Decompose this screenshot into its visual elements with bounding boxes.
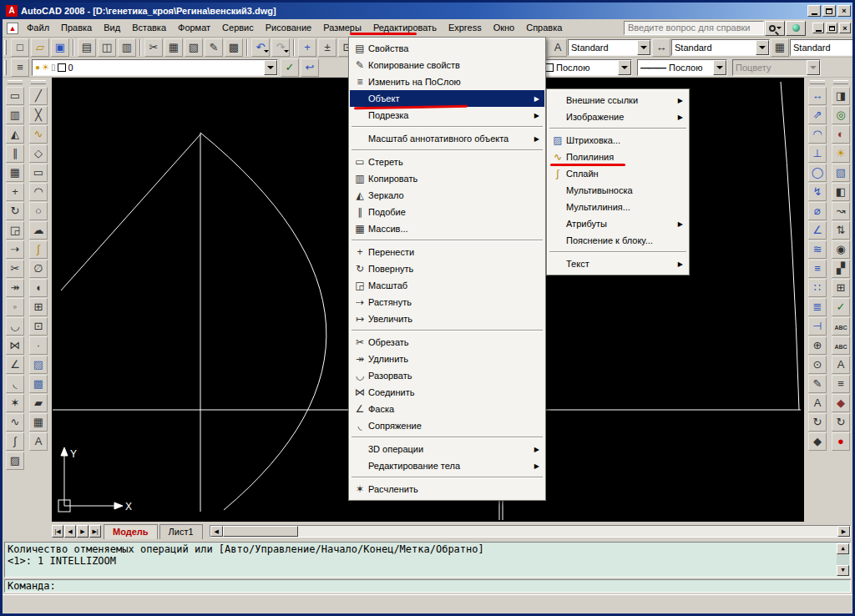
- standard-open-button[interactable]: ▱: [31, 38, 49, 57]
- modify-fillet-button[interactable]: ◟: [6, 375, 24, 393]
- text-style-combo[interactable]: Standard: [568, 39, 651, 56]
- modify-extend-button[interactable]: ↠: [6, 279, 24, 297]
- help-search-input[interactable]: Введите вопрос для справки: [624, 21, 764, 35]
- edit-menu-item-extend[interactable]: ↠Удлинить: [350, 351, 544, 367]
- horizontal-scrollbar[interactable]: ◀ ▶: [210, 525, 851, 538]
- toolbar-grip[interactable]: [4, 60, 7, 75]
- menu-insert[interactable]: Вставка: [126, 20, 172, 36]
- object-submenu-item-hatch[interactable]: ▨Штриховка...: [548, 132, 688, 149]
- tools-regen-button[interactable]: ↻: [832, 413, 850, 432]
- draw-table-button[interactable]: ▦: [29, 413, 48, 432]
- edit-menu-item-offset[interactable]: ∥Подобие: [350, 204, 544, 220]
- standard-match-properties-button[interactable]: ✎: [205, 38, 223, 57]
- draw-insert-block-button[interactable]: ⊞: [29, 298, 48, 316]
- standard-qnew-button[interactable]: □: [11, 38, 29, 57]
- object-submenu-item-polyline[interactable]: ∿Полилиния: [548, 149, 688, 165]
- edit-menu-item-move[interactable]: +Перенести: [350, 244, 544, 260]
- draw-hatch-button[interactable]: ▨: [29, 356, 48, 374]
- dimension-dim-break-button[interactable]: ⊣: [808, 317, 827, 336]
- draw-construction-line-button[interactable]: ╳: [29, 106, 48, 124]
- dimension-center-mark-button[interactable]: ⊙: [808, 356, 827, 374]
- object-submenu-item-block-description[interactable]: Пояснение к блоку...: [548, 232, 688, 249]
- object-submenu-item-spline[interactable]: ∫Сплайн: [548, 165, 688, 182]
- object-submenu-item-text[interactable]: Текст▶: [548, 255, 688, 272]
- standard-zoom-realtime-button[interactable]: ±: [318, 38, 336, 57]
- modify-break-button[interactable]: ◡: [6, 317, 24, 336]
- edit-menu-item-explode[interactable]: ✶Расчленить: [350, 481, 544, 497]
- draw-make-block-button[interactable]: ⊡: [29, 317, 48, 336]
- color-combo[interactable]: Послою: [542, 59, 632, 76]
- object-submenu-item-multileader[interactable]: Мультивыноска: [548, 182, 688, 199]
- dimension-dim-diameter-button[interactable]: ⌀: [808, 202, 827, 220]
- tools-text-style-button[interactable]: A: [832, 356, 850, 374]
- color-combo-dropdown[interactable]: [618, 60, 631, 75]
- standard-paste-button[interactable]: ▧: [185, 38, 203, 57]
- edit-menu-item-chamfer[interactable]: ∠Фаска: [350, 401, 544, 417]
- tab-nav-prev-button[interactable]: ◀: [64, 525, 76, 538]
- modify-stretch-button[interactable]: ⇢: [6, 240, 24, 259]
- modify-break-at-point-button[interactable]: ◦: [6, 298, 24, 316]
- menu-help[interactable]: Справка: [520, 20, 568, 36]
- text-style-dropdown[interactable]: [637, 40, 650, 55]
- tools-walk-fly-button[interactable]: ⇅: [832, 221, 850, 240]
- menu-draw[interactable]: Рисование: [260, 20, 317, 36]
- command-history-window[interactable]: Количество отменяемых операций или [Авто…: [4, 542, 851, 578]
- draw-region-button[interactable]: ▰: [29, 394, 48, 412]
- edit-menu-item-object[interactable]: Объект▶: [350, 90, 544, 107]
- edit-menu-item-clip[interactable]: Подрезка▶: [350, 107, 544, 124]
- object-submenu-item-multiline[interactable]: Мультилиния...: [548, 199, 688, 215]
- draw-polyline-button[interactable]: ∿: [29, 125, 48, 144]
- modify-erase-button[interactable]: ▭: [6, 87, 24, 105]
- table-style-combo[interactable]: Standard: [790, 39, 852, 56]
- layers-layer-properties-manager-button[interactable]: ≡: [11, 58, 29, 77]
- modify-edit-polyline-button[interactable]: ∿: [6, 413, 24, 432]
- modify-edit-spline-button[interactable]: ∫: [6, 432, 24, 451]
- dimension-tolerance-button[interactable]: ⊕: [808, 336, 827, 355]
- draw-polygon-button[interactable]: ◇: [29, 144, 48, 163]
- standard-undo-button[interactable]: ↶: [251, 38, 270, 57]
- edit-menu-item-scale[interactable]: ◲Масштаб: [350, 277, 544, 294]
- draw-line-button[interactable]: ╱: [29, 87, 48, 105]
- edit-menu-item-mirror[interactable]: ◭Зеркало: [350, 187, 544, 204]
- text-style-button[interactable]: A: [549, 38, 567, 57]
- menu-view[interactable]: Вид: [98, 20, 126, 36]
- draw-circle-button[interactable]: ○: [29, 202, 48, 220]
- modify-join-button[interactable]: ⋈: [6, 336, 24, 355]
- layers-layer-previous-button[interactable]: ↩: [301, 58, 319, 77]
- edit-menu-item-erase[interactable]: ▭Стереть: [350, 154, 544, 170]
- tools-point-style-button[interactable]: ◆: [832, 394, 850, 412]
- edit-menu-item-match-properties[interactable]: ✎Копирование свойств: [350, 57, 544, 73]
- standard-plot-preview-button[interactable]: ◫: [98, 38, 116, 57]
- menu-window[interactable]: Окно: [488, 20, 521, 36]
- tab-nav-last-button[interactable]: ▶|: [89, 525, 101, 538]
- dimension-dim-edit-button[interactable]: ✎: [808, 375, 827, 393]
- command-scrollbar[interactable]: ▲ ▼: [837, 543, 849, 576]
- dimension-dim-baseline-button[interactable]: ≡: [808, 260, 827, 278]
- modify-copy-button[interactable]: ▥: [6, 106, 24, 124]
- undo-dropdown-arrow[interactable]: [264, 50, 269, 55]
- edit-menu-item-trim[interactable]: ✂Обрезать: [350, 334, 544, 351]
- tools-check-standards-button[interactable]: ABC: [832, 317, 850, 336]
- object-submenu-item-xref[interactable]: Внешние ссылки▶: [548, 92, 688, 109]
- tools-section-plane-button[interactable]: ▞: [832, 260, 850, 278]
- edit-menu-item-3d-operations[interactable]: 3D операции▶: [350, 441, 544, 457]
- standard-publish-button[interactable]: ▥: [118, 38, 136, 57]
- edit-menu-item-fillet[interactable]: ◟Сопряжение: [350, 417, 544, 434]
- dimension-dim-radius-button[interactable]: ◯: [808, 164, 827, 182]
- draw-ellipse-button[interactable]: ∅: [29, 260, 48, 278]
- draw-revision-cloud-button[interactable]: ☁: [29, 221, 48, 240]
- scrollbar-thumb[interactable]: [223, 526, 298, 537]
- modify-offset-button[interactable]: ∥: [6, 144, 24, 163]
- standard-redo-button[interactable]: ↷: [271, 38, 290, 57]
- tools-render-button[interactable]: ◐: [832, 125, 850, 144]
- dimension-dim-aligned-button[interactable]: ⇗: [808, 106, 827, 124]
- dimension-quick-dimension-button[interactable]: ≋: [808, 240, 827, 259]
- draw-arc-button[interactable]: ◠: [29, 183, 48, 201]
- scroll-right-button[interactable]: ▶: [837, 526, 850, 537]
- scroll-up-button[interactable]: ▲: [837, 543, 849, 554]
- toolbar-grip[interactable]: [4, 40, 7, 55]
- tab-nav-first-button[interactable]: |◀: [52, 525, 63, 538]
- tab-nav-next-button[interactable]: ▶: [77, 525, 89, 538]
- dimension-dim-arc-length-button[interactable]: ◠: [808, 125, 827, 144]
- dimension-dim-space-button[interactable]: ≣: [808, 298, 827, 316]
